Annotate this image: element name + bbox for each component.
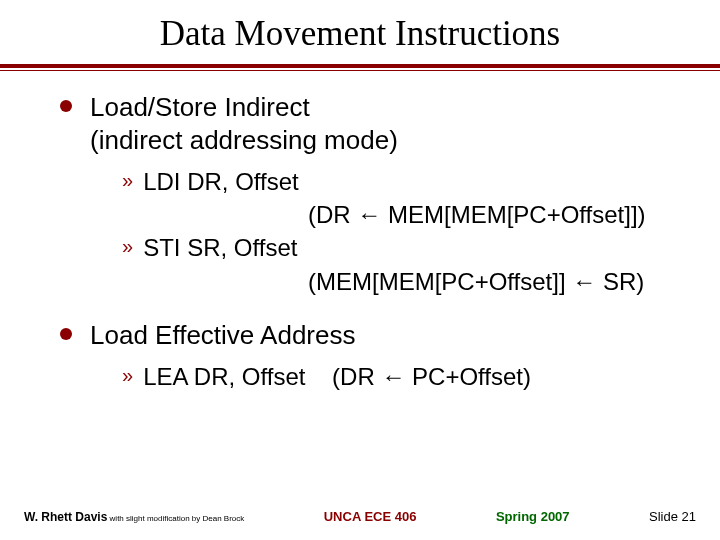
slide-footer: W. Rhett Davis with slight modification …: [0, 509, 720, 524]
bullet-text: Load Effective Address: [90, 319, 355, 352]
title-rule-thick: [0, 64, 720, 68]
footer-author: W. Rhett Davis with slight modification …: [24, 510, 244, 524]
bullet-level1: Load/Store Indirect (indirect addressing…: [60, 91, 680, 156]
sub-bullet-group: » LDI DR, Offset (DR ← MEM[MEM[PC+Offset…: [60, 166, 680, 297]
slide: Data Movement Instructions Load/Store In…: [0, 0, 720, 540]
bullet-icon: [60, 328, 72, 340]
footer-course: UNCA ECE 406: [324, 509, 417, 524]
sub-bullet: » LDI DR, Offset: [122, 166, 680, 197]
slide-body: Load/Store Indirect (indirect addressing…: [40, 91, 680, 392]
sub-bullet-group: » LEA DR, Offset (DR ← PC+Offset): [60, 361, 680, 392]
footer-slide-number: Slide 21: [649, 509, 696, 524]
sub-bullet-detail: (MEM[MEM[PC+Offset]] ← SR): [122, 266, 680, 297]
sub-bullet-detail-inline: (DR ← PC+Offset): [332, 363, 531, 390]
sub-bullet-detail: (DR ← MEM[MEM[PC+Offset]]): [122, 199, 680, 230]
sub-bullet: » LEA DR, Offset (DR ← PC+Offset): [122, 361, 680, 392]
bullet-level1: Load Effective Address: [60, 319, 680, 352]
chevron-icon: »: [122, 235, 133, 258]
sub-bullet-label: STI SR, Offset: [143, 232, 297, 263]
chevron-icon: »: [122, 364, 133, 387]
footer-author-mod: with slight modification by Dean Brock: [107, 514, 244, 523]
sub-bullet-label: LEA DR, Offset (DR ← PC+Offset): [143, 361, 531, 392]
bullet-icon: [60, 100, 72, 112]
chevron-icon: »: [122, 169, 133, 192]
title-rule-thin: [0, 70, 720, 71]
sub-bullet: » STI SR, Offset: [122, 232, 680, 263]
footer-author-name: W. Rhett Davis: [24, 510, 107, 524]
slide-title: Data Movement Instructions: [40, 14, 680, 54]
sub-bullet-label: LDI DR, Offset: [143, 166, 299, 197]
sub-bullet-label-text: LEA DR, Offset: [143, 363, 305, 390]
footer-term: Spring 2007: [496, 509, 570, 524]
bullet-text: Load/Store Indirect (indirect addressing…: [90, 91, 398, 156]
